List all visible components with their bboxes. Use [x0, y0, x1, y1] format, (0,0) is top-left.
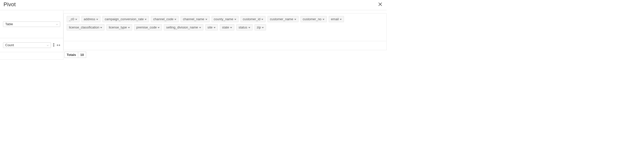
caret-down-icon	[230, 26, 232, 29]
field-chip-status[interactable]: status	[236, 24, 252, 30]
caret-down-icon	[248, 26, 250, 29]
aggregator-select[interactable]: Count	[3, 42, 51, 48]
field-chip-email[interactable]: email	[329, 16, 344, 22]
field-chip-label: license_type	[109, 26, 127, 29]
field-chip-label: status	[238, 26, 247, 29]
unused-fields-area[interactable]: _c0addresscampaign_conversion_ratechanne…	[64, 13, 387, 41]
columns-drop-area[interactable]	[64, 41, 387, 50]
field-chip-customer_name[interactable]: customer_name	[268, 16, 298, 22]
rows-drop-area[interactable]	[0, 52, 64, 60]
renderer-select-value: Table	[5, 22, 13, 26]
field-chip-label: channel_code	[153, 17, 173, 21]
field-chip-label: campaign_conversion_rate	[105, 17, 144, 21]
caret-down-icon	[322, 17, 324, 21]
field-chip-label: address	[84, 17, 95, 21]
caret-down-icon	[262, 26, 264, 29]
caret-down-icon	[261, 17, 263, 21]
renderer-select[interactable]: Table	[3, 22, 60, 27]
caret-down-icon	[234, 17, 236, 21]
field-chip-label: customer_name	[270, 17, 293, 21]
close-icon	[378, 2, 382, 6]
caret-down-icon	[294, 17, 296, 21]
field-chip-channel_code[interactable]: channel_code	[151, 16, 178, 22]
field-chip-label: channel_name	[183, 17, 204, 21]
caret-down-icon	[174, 17, 176, 21]
field-chip-address[interactable]: address	[82, 16, 100, 22]
aggregator-select-value: Count	[5, 43, 14, 47]
field-chip-selling_division_name[interactable]: selling_division_name	[164, 24, 203, 30]
caret-down-icon	[199, 26, 201, 29]
caret-down-icon	[100, 26, 102, 29]
field-chip-customer_id[interactable]: customer_id	[240, 16, 266, 22]
field-chip-label: customer_no	[303, 17, 322, 21]
caret-down-icon	[145, 17, 147, 21]
field-chip-label: site	[208, 26, 212, 29]
renderer-cell: Table	[0, 10, 64, 38]
field-chip-site[interactable]: site	[205, 24, 218, 30]
field-chip-customer_no[interactable]: customer_no	[300, 16, 327, 22]
caret-down-icon	[158, 26, 160, 29]
field-chip-label: license_classification	[69, 26, 99, 29]
field-chip-label: customer_id	[243, 17, 260, 21]
chevron-down-icon	[56, 22, 58, 26]
page-title: Pivot	[4, 1, 16, 8]
field-chip-label: email	[331, 17, 339, 21]
field-chip-label: county_name	[214, 17, 233, 21]
caret-down-icon	[340, 17, 342, 21]
field-chip-channel_name[interactable]: channel_name	[180, 16, 209, 22]
field-chip-_c0[interactable]: _c0	[67, 16, 80, 22]
totals-value: 10	[78, 52, 86, 58]
field-chip-label: selling_division_name	[166, 26, 198, 29]
field-chip-county_name[interactable]: county_name	[212, 16, 238, 22]
field-chip-zip[interactable]: zip	[254, 24, 266, 30]
chevron-down-icon	[47, 43, 49, 47]
field-chip-campaign_conversion_rate[interactable]: campaign_conversion_rate	[102, 16, 149, 22]
aggregator-cell: Count	[0, 38, 64, 52]
field-chip-label: state	[222, 26, 229, 29]
field-chip-premise_code[interactable]: premise_code	[134, 24, 162, 30]
caret-down-icon	[214, 26, 216, 29]
field-chip-state[interactable]: state	[220, 24, 234, 30]
field-chip-label: _c0	[69, 17, 74, 21]
caret-down-icon	[75, 17, 77, 21]
totals-label: Totals	[64, 52, 78, 58]
sort-horizontal-icon[interactable]	[57, 44, 60, 47]
close-button[interactable]	[377, 1, 383, 8]
pivot-header: Pivot	[0, 0, 387, 10]
field-chip-label: premise_code	[136, 26, 157, 29]
totals-row: Totals10	[64, 50, 387, 60]
caret-down-icon	[128, 26, 130, 29]
caret-down-icon	[205, 17, 207, 21]
field-chip-license_type[interactable]: license_type	[106, 24, 132, 30]
field-chip-license_classification[interactable]: license_classification	[67, 24, 104, 30]
caret-down-icon	[96, 17, 98, 21]
field-chip-label: zip	[257, 26, 261, 29]
sort-vertical-icon[interactable]	[52, 43, 55, 47]
